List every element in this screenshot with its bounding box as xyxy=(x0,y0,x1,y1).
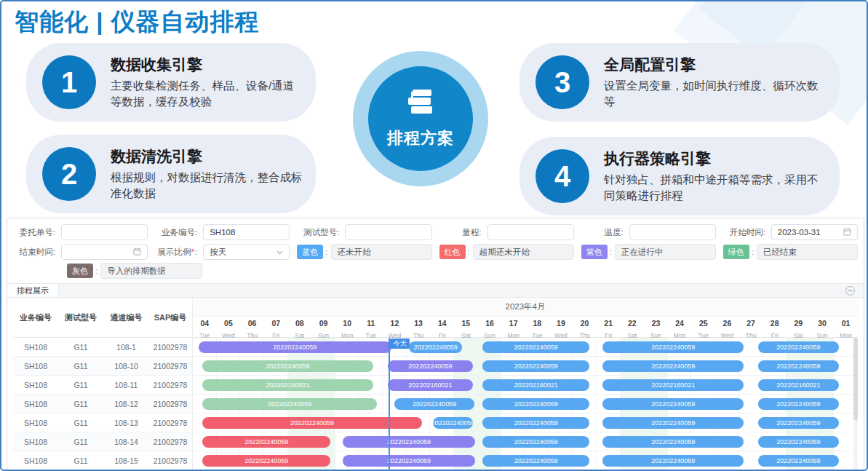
gantt-bar-blue[interactable]: 202202240059 xyxy=(758,436,839,448)
table-cell: SH108 xyxy=(13,438,58,446)
table-row[interactable]: SH108G11108-1321002978 xyxy=(13,413,192,432)
gantt-bar-blue[interactable]: 202202240059 xyxy=(409,341,462,353)
gantt-bar-purple[interactable]: 202202240059 xyxy=(343,436,476,448)
gantt-bar-blue[interactable]: 202202240059 xyxy=(758,455,839,467)
gantt-row: 2022022400592022022400592022022400592022… xyxy=(193,432,858,451)
calendar-icon[interactable] xyxy=(133,248,141,257)
table-cell: 108-14 xyxy=(103,438,149,446)
table-cell: 21002978 xyxy=(149,438,191,446)
gantt-day-column: 16Sun xyxy=(478,317,502,337)
gantt-bar-purple[interactable]: 202202240059 xyxy=(388,360,474,372)
gantt-row: 2022021600212022021600212022021600212022… xyxy=(193,376,858,395)
gantt-bar-blue[interactable]: 202202240059 xyxy=(482,341,589,353)
gantt-bar-purple[interactable]: 202202240059 xyxy=(343,455,476,467)
table-row[interactable]: SH108G11108-1221002978 xyxy=(13,395,192,413)
schedule-area: 业务编号 测试型号 通道编号 SAP编号 SH108G11108-1210029… xyxy=(13,298,858,470)
display-scale-select[interactable]: 按天 xyxy=(203,244,290,260)
gantt-bar-green[interactable]: 202202240059 xyxy=(202,360,373,372)
gantt-bar-red[interactable]: 202202240059 xyxy=(202,436,330,448)
gantt-bar-green[interactable]: 202202160021 xyxy=(202,379,373,391)
collapse-icon[interactable] xyxy=(845,286,855,296)
field-label: 量程: xyxy=(439,227,487,238)
gantt-bar-purple[interactable]: 202202160021 xyxy=(388,379,474,391)
feature-desc: 根据规则，对数据进行清洗，整合成标准化数据 xyxy=(111,170,303,202)
gantt-bar-blue[interactable]: 202202240059 xyxy=(602,436,744,448)
business-no-input[interactable]: SH108 xyxy=(203,224,290,240)
gantt-bar-blue[interactable]: 202202160021 xyxy=(602,379,744,391)
field-label: 测试型号: xyxy=(297,227,345,238)
gantt-day-column: 25Tue xyxy=(691,317,715,337)
table-row[interactable]: SH108G11108-121002978 xyxy=(13,338,192,357)
gantt-bar-blue[interactable]: 202202240059 xyxy=(482,436,589,448)
gantt-bar-blue[interactable]: 202202240059 xyxy=(394,398,474,410)
scheduling-hub-circle: 排程方案 xyxy=(353,51,488,186)
gantt-day-column: 13Thu xyxy=(407,317,431,337)
legend-color-badge-green: 绿色 xyxy=(723,245,749,259)
field-label: 委托单号: xyxy=(13,227,61,238)
vertical-scrollbar[interactable] xyxy=(853,338,858,470)
feature-title: 数据收集引擎 xyxy=(111,55,303,75)
table-cell: 108-15 xyxy=(103,456,149,465)
feature-title: 数据清洗引擎 xyxy=(111,146,303,167)
table-row[interactable]: SH108G11108-1421002978 xyxy=(13,432,192,451)
table-row[interactable]: SH108G11108-1121002978 xyxy=(13,376,192,395)
calendar-icon[interactable] xyxy=(843,228,851,237)
table-cell: 21002978 xyxy=(149,456,191,465)
gantt-day-column: 26Wed xyxy=(715,317,739,337)
start-date-input[interactable]: 2023-03-31 xyxy=(771,224,858,240)
gantt-day-column: 22Sat xyxy=(621,317,645,337)
order-no-input[interactable] xyxy=(61,224,148,240)
table-cell: G11 xyxy=(58,456,103,465)
gantt-day-column: 04Tue xyxy=(193,317,217,337)
end-date-input[interactable] xyxy=(61,244,148,260)
gantt-chart: 2023年4月 04Tue05Wed06Thu07Fri08Sat09Sun10… xyxy=(193,298,858,470)
gantt-day-column: 09Sun xyxy=(311,317,335,337)
legend-text-blue: 还未开始 xyxy=(331,244,432,260)
legend-text-purple: 正在进行中 xyxy=(615,244,716,260)
filter-row-2: 结束时间: 展示比例*: 按天 xyxy=(13,244,858,260)
gantt-day-column: 12Wed xyxy=(383,317,407,337)
gantt-bar-blue[interactable]: 202202240059 xyxy=(758,417,839,429)
table-cell: G11 xyxy=(58,381,103,389)
gantt-day-column: 19Wed xyxy=(549,317,573,337)
gantt-day-column: 07Fri xyxy=(264,317,288,337)
page-title: 智能化 | 仪器自动排程 xyxy=(15,6,260,39)
tab-schedule-display[interactable]: 排程展示 xyxy=(7,284,59,297)
gantt-bar-blue[interactable]: 202202240059 xyxy=(602,360,744,372)
gantt-bar-purple[interactable]: 202202240059 xyxy=(199,341,391,353)
gantt-bar-blue[interactable]: 202202240059 xyxy=(602,417,744,429)
table-cell: 21002978 xyxy=(149,419,191,427)
temperature-input[interactable] xyxy=(629,224,716,240)
gantt-bar-blue[interactable]: 202202160021 xyxy=(482,379,589,391)
table-row[interactable]: SH108G11108-1021002978 xyxy=(13,357,192,376)
gantt-bar-blue[interactable]: 202202160021 xyxy=(758,379,839,391)
test-model-input[interactable] xyxy=(345,224,431,240)
gantt-day-column: 01Mon xyxy=(834,317,858,337)
gantt-bar-red[interactable]: 202202240059 xyxy=(202,455,330,467)
gantt-bar-blue[interactable]: 202202240059 xyxy=(758,341,839,353)
gantt-day-column: 15Sat xyxy=(454,317,478,337)
gantt-bar-blue[interactable]: 202202240059 xyxy=(433,417,473,429)
step-number-badge: 2 xyxy=(42,147,96,201)
gantt-bar-blue[interactable]: 202202240059 xyxy=(482,455,589,467)
gantt-bar-blue[interactable]: 202202240059 xyxy=(482,417,589,429)
books-icon xyxy=(402,89,439,124)
gantt-bar-blue[interactable]: 202202240059 xyxy=(758,398,839,410)
gantt-bar-blue[interactable]: 202202240059 xyxy=(602,341,744,353)
gantt-bar-blue[interactable]: 202202240059 xyxy=(482,360,589,372)
gantt-bar-blue[interactable]: 202202240059 xyxy=(602,455,744,467)
today-badge: 今天 xyxy=(390,339,410,349)
gantt-bar-blue[interactable]: 202202240059 xyxy=(758,360,839,372)
table-cell: 21002978 xyxy=(149,362,191,371)
feature-title: 全局配置引擎 xyxy=(604,55,827,75)
table-row[interactable]: SH108G11108-1521002978 xyxy=(13,451,192,470)
gantt-bar-blue[interactable]: 202202240059 xyxy=(602,398,744,410)
gantt-bar-blue[interactable]: 202202240059 xyxy=(482,398,589,410)
feature-card-1: 1 数据收集引擎 主要收集检测任务、样品、设备/通道等数据，缓存及校验 xyxy=(26,43,316,122)
table-cell: SH108 xyxy=(13,419,58,427)
today-line xyxy=(389,338,390,470)
legend-color-badge-gray: 灰色 xyxy=(67,264,93,278)
table-cell: 21002978 xyxy=(149,381,191,389)
range-input[interactable] xyxy=(487,224,574,240)
gantt-bar-green[interactable]: 202202240059 xyxy=(202,398,377,410)
